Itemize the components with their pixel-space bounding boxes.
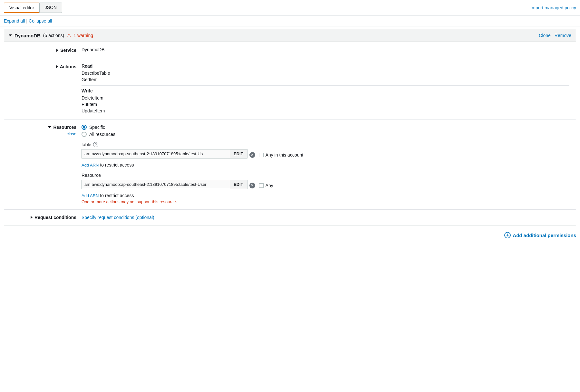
tab-visual-editor[interactable]: Visual editor bbox=[4, 3, 39, 13]
tabs: Visual editor JSON bbox=[4, 3, 62, 13]
resource-edit-button[interactable]: EDIT bbox=[230, 180, 247, 189]
resource-arn-input[interactable] bbox=[82, 180, 230, 189]
resource-add-arn-row: Add ARN to restrict access bbox=[82, 193, 569, 198]
radio-all-resources-circle[interactable] bbox=[82, 132, 87, 137]
table-add-arn-link[interactable]: Add ARN bbox=[82, 163, 99, 167]
section-header-left: DynamoDB (5 actions) ⚠ 1 warning bbox=[9, 33, 93, 38]
collapse-all-link[interactable]: Collapse all bbox=[29, 18, 52, 24]
tab-json[interactable]: JSON bbox=[39, 3, 62, 13]
main-container: DynamoDB (5 actions) ⚠ 1 warning Clone R… bbox=[0, 29, 580, 242]
actions-label-col: Actions bbox=[11, 63, 82, 69]
service-content: DynamoDB bbox=[82, 47, 569, 52]
expand-all-link[interactable]: Expand all bbox=[4, 18, 25, 24]
resources-label-col: Resources close bbox=[11, 125, 82, 204]
conditions-expand-icon[interactable] bbox=[31, 216, 33, 219]
conditions-label-col: Request conditions bbox=[11, 215, 82, 220]
service-row: Service DynamoDB bbox=[4, 42, 576, 58]
section-actions: Clone Remove bbox=[539, 33, 571, 38]
action-divider bbox=[82, 85, 569, 86]
action-get-item: GetItem bbox=[82, 76, 569, 83]
table-label-row: table ? bbox=[82, 142, 569, 147]
collapse-toggle-icon[interactable] bbox=[9, 34, 12, 36]
radio-specific-circle[interactable] bbox=[82, 125, 87, 130]
actions-label: Actions bbox=[60, 64, 76, 69]
resource-resource-item: Resource EDIT ✕ Any bbox=[82, 173, 569, 204]
table-add-arn-row: Add ARN to restrict access bbox=[82, 162, 569, 167]
warning-triangle-icon: ⚠ bbox=[67, 33, 71, 38]
add-permissions-label: Add additional permissions bbox=[513, 233, 576, 238]
resources-row: Resources close Specific bbox=[4, 120, 576, 210]
resource-resource-label: Resource bbox=[82, 173, 101, 178]
warning-count-label: 1 warning bbox=[73, 33, 93, 38]
table-any-account-row: Any in this account bbox=[259, 152, 304, 158]
resource-any-checkbox[interactable] bbox=[259, 183, 264, 188]
separator: | bbox=[26, 18, 27, 24]
resource-add-arn-link[interactable]: Add ARN bbox=[82, 193, 99, 198]
service-value: DynamoDB bbox=[82, 46, 105, 52]
resources-close-link[interactable]: close bbox=[67, 131, 76, 136]
table-edit-button[interactable]: EDIT bbox=[230, 149, 247, 158]
action-put-item: PutItem bbox=[82, 101, 569, 108]
remove-button[interactable]: Remove bbox=[555, 33, 571, 38]
top-bar: Visual editor JSON Import managed policy bbox=[0, 0, 580, 16]
action-describe-table: DescribeTable bbox=[82, 70, 569, 76]
radio-specific-label: Specific bbox=[89, 125, 105, 130]
add-permissions-button[interactable]: + Add additional permissions bbox=[504, 232, 576, 238]
resources-content: Specific All resources table ? bbox=[82, 125, 569, 204]
service-expand-icon[interactable] bbox=[56, 49, 58, 52]
radio-all-resources-label: All resources bbox=[89, 132, 115, 137]
request-conditions-row: Request conditions Specify request condi… bbox=[4, 210, 576, 225]
resource-label-row: Resource bbox=[82, 173, 569, 178]
actions-count: (5 actions) bbox=[43, 33, 64, 38]
table-arn-row: EDIT ✕ Any in this account bbox=[82, 149, 569, 160]
section-service-name: DynamoDB bbox=[15, 33, 41, 38]
service-label-col: Service bbox=[11, 47, 82, 53]
radio-group: Specific All resources bbox=[82, 125, 569, 137]
resource-remove-icon[interactable]: ✕ bbox=[249, 183, 255, 188]
conditions-label-text: Request conditions bbox=[34, 215, 76, 220]
actions-expand-icon[interactable] bbox=[56, 65, 58, 68]
resource-any-row: Any bbox=[259, 183, 273, 188]
plus-circle-icon: + bbox=[504, 232, 511, 238]
resource-arn-row: EDIT ✕ Any bbox=[82, 180, 569, 191]
service-label: Service bbox=[60, 48, 76, 53]
table-remove-icon[interactable]: ✕ bbox=[249, 152, 255, 158]
expand-collapse-bar: Expand all | Collapse all bbox=[0, 16, 580, 26]
import-managed-policy-link[interactable]: Import managed policy bbox=[530, 5, 576, 10]
clone-button[interactable]: Clone bbox=[539, 33, 551, 38]
read-group-title: Read bbox=[82, 63, 569, 69]
table-arn-input[interactable] bbox=[82, 149, 230, 158]
conditions-link[interactable]: Specify request conditions (optional) bbox=[82, 215, 154, 220]
resource-warning-text: One or more actions may not support this… bbox=[82, 199, 569, 204]
resource-add-arn-suffix: to restrict access bbox=[100, 193, 134, 198]
radio-specific[interactable]: Specific bbox=[82, 125, 569, 130]
actions-row: Actions Read DescribeTable GetItem Write… bbox=[4, 58, 576, 120]
write-group-title: Write bbox=[82, 88, 569, 93]
action-delete-item: DeleteItem bbox=[82, 95, 569, 101]
section-body: Service DynamoDB Actions Read DescribeTa… bbox=[4, 42, 576, 225]
resources-collapse-icon[interactable] bbox=[48, 126, 51, 128]
table-resource-label: table bbox=[82, 142, 91, 147]
table-arn-input-row: EDIT bbox=[82, 149, 247, 158]
table-add-arn-suffix: to restrict access bbox=[100, 162, 134, 167]
resource-any-label: Any bbox=[266, 183, 273, 188]
resources-label: Resources bbox=[48, 125, 76, 130]
table-any-account-checkbox[interactable] bbox=[259, 153, 264, 157]
radio-all-resources[interactable]: All resources bbox=[82, 132, 569, 137]
table-any-account-label: Any in this account bbox=[266, 152, 304, 158]
section-header: DynamoDB (5 actions) ⚠ 1 warning Clone R… bbox=[4, 29, 576, 42]
resource-arn-input-row: EDIT bbox=[82, 180, 247, 189]
resources-label-text: Resources bbox=[53, 125, 76, 130]
policy-section-dynamodb: DynamoDB (5 actions) ⚠ 1 warning Clone R… bbox=[4, 29, 576, 225]
table-help-icon[interactable]: ? bbox=[93, 142, 98, 147]
table-resource-item: table ? EDIT ✕ bbox=[82, 142, 569, 167]
action-update-item: UpdateItem bbox=[82, 108, 569, 114]
add-permissions-bar: + Add additional permissions bbox=[0, 228, 580, 242]
actions-content: Read DescribeTable GetItem Write DeleteI… bbox=[82, 63, 569, 114]
